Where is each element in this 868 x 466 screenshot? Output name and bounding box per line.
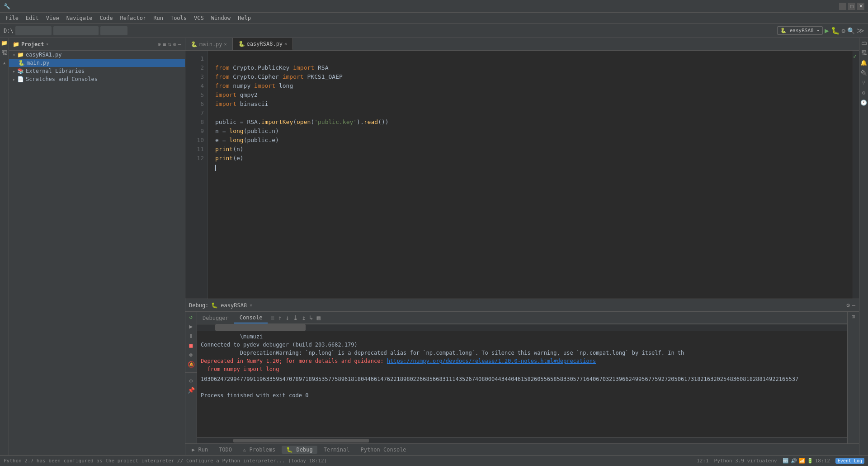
deprecation-link[interactable]: https://numpy.org/devdocs/release/1.20.0… bbox=[387, 358, 596, 364]
menu-view[interactable]: View bbox=[42, 14, 63, 22]
debug-title: Debug: 🐛 easyRSA8 ✕ bbox=[189, 302, 252, 309]
close-button[interactable]: ✕ bbox=[857, 3, 864, 10]
pin-tab-icon[interactable]: 📌 bbox=[188, 387, 195, 394]
problems-tab[interactable]: ⚠ Problems bbox=[238, 446, 280, 454]
menu-refactor[interactable]: Refactor bbox=[116, 14, 150, 22]
right-gutter: ✓ bbox=[853, 51, 859, 299]
tree-main-py[interactable]: 🐍 main.py bbox=[9, 59, 185, 67]
toolbar: D:\ 🐍 easyRSA8 ▾ ▶ 🐛 ⚙ 🔍 ≫ bbox=[0, 24, 868, 38]
down-icon[interactable]: ↓ bbox=[284, 314, 290, 321]
debug-console-area: ↺ ▶ ⏸ ■ ⊗ 🔕 ⚙ 📌 Debugger bbox=[185, 312, 859, 443]
collapse-icon[interactable]: ≡ bbox=[163, 41, 166, 48]
debug-tab[interactable]: 🐛 Debug bbox=[282, 446, 317, 454]
console-line-import: from numpy import long bbox=[201, 365, 844, 373]
run-tab-label: ▶ Run bbox=[192, 447, 208, 453]
tree-item-label: main.py bbox=[27, 60, 50, 66]
clock-status: 18:12 bbox=[815, 458, 830, 464]
bottom-tabs: ▶ Run TODO ⚠ Problems 🐛 Debug Terminal P… bbox=[185, 443, 859, 455]
menu-code[interactable]: Code bbox=[96, 14, 117, 22]
debug-tabs: Debugger Console ≡ ↑ ↓ ⤓ ↥ ↳ ▦ bbox=[197, 312, 847, 324]
restore-layout-icon[interactable]: ▦ bbox=[316, 314, 321, 321]
menu-window[interactable]: Window bbox=[208, 14, 234, 22]
project-icon[interactable]: 📁 bbox=[1, 40, 8, 46]
settings-button[interactable]: ⚙ bbox=[842, 27, 845, 34]
run-to-cursor-icon[interactable]: ↳ bbox=[308, 314, 314, 321]
tree-external-libraries[interactable]: ▸ 📚 External Libraries bbox=[9, 67, 185, 75]
locate-icon[interactable]: ⊕ bbox=[158, 41, 161, 48]
left-sidebar-icons: 📁 🏗 ★ bbox=[0, 38, 9, 455]
tree-scratches[interactable]: ▸ 📄 Scratches and Consoles bbox=[9, 75, 185, 83]
mute-breakpoints-icon[interactable]: 🔕 bbox=[188, 361, 195, 368]
plugins-icon[interactable]: 🔌 bbox=[860, 70, 867, 76]
hide-icon[interactable]: — bbox=[178, 41, 181, 48]
folder-icon: 📁 bbox=[17, 52, 24, 58]
console-line-number: 1030624729947799119633595470789718935357… bbox=[201, 375, 844, 383]
pause-icon[interactable]: ⏸ bbox=[188, 333, 194, 339]
settings-right-icon[interactable]: ⚙ bbox=[862, 90, 865, 96]
favorites-icon[interactable]: ★ bbox=[3, 60, 6, 66]
debug-close[interactable]: ✕ bbox=[250, 303, 252, 308]
debugger-tab-label: Debugger bbox=[203, 315, 229, 321]
code-content[interactable]: from Crypto.PublicKey import RSA from Cr… bbox=[208, 51, 853, 299]
tab-easyrsa8[interactable]: 🐍 easyRSA8.py ✕ bbox=[233, 38, 293, 50]
interpreter-selector[interactable]: 🐍 easyRSA8 ▾ bbox=[777, 26, 823, 35]
menu-tools[interactable]: Tools bbox=[167, 14, 190, 22]
database-icon[interactable]: 🗃 bbox=[861, 40, 867, 46]
py-icon: 🐍 bbox=[18, 60, 25, 66]
structure-right-icon[interactable]: 🏗 bbox=[861, 50, 867, 56]
notifications-icon[interactable]: 🔔 bbox=[860, 60, 867, 66]
tab-close-main[interactable]: ✕ bbox=[224, 42, 227, 47]
view-breakpoints-icon[interactable]: ⊗ bbox=[189, 352, 193, 358]
console-content: \mumuzi Connected to pydev debugger (bui… bbox=[197, 331, 847, 437]
menu-edit[interactable]: Edit bbox=[22, 14, 42, 22]
step-into-icon[interactable]: ⤓ bbox=[292, 314, 299, 321]
time-icon[interactable]: 🕐 bbox=[860, 100, 867, 106]
event-log-badge[interactable]: Event Log bbox=[835, 458, 864, 464]
todo-tab[interactable]: TODO bbox=[214, 446, 236, 454]
menu-help[interactable]: Help bbox=[234, 14, 255, 22]
tab-close-easy[interactable]: ✕ bbox=[284, 41, 287, 46]
line-numbers: 1 2 3 4 5 6 7 8 9 10 11 12 bbox=[185, 51, 208, 299]
console-tab[interactable]: Console bbox=[234, 313, 268, 323]
tree-root-folder[interactable]: ▾ 📁 easyRSA1.py bbox=[9, 51, 185, 59]
menu-vcs[interactable]: VCS bbox=[190, 14, 208, 22]
filter-icon[interactable]: ≡ bbox=[269, 314, 275, 321]
version-control-icon[interactable]: ⑂ bbox=[862, 80, 865, 86]
console-bottom-scroll[interactable] bbox=[197, 437, 847, 443]
menu-run[interactable]: Run bbox=[150, 14, 167, 22]
terminal-tab[interactable]: Terminal bbox=[319, 446, 354, 454]
run-debug-button[interactable]: 🐛 bbox=[831, 26, 840, 35]
structure-icon[interactable]: 🏗 bbox=[2, 50, 7, 56]
stop-icon[interactable]: ■ bbox=[189, 342, 193, 349]
console-line-path: \mumuzi bbox=[201, 333, 844, 341]
rerun-icon[interactable]: ↺ bbox=[189, 314, 193, 320]
up-icon[interactable]: ↑ bbox=[277, 314, 283, 321]
run-button[interactable]: ▶ bbox=[825, 26, 829, 35]
menu-file[interactable]: File bbox=[2, 14, 22, 22]
debugger-tab[interactable]: Debugger bbox=[197, 313, 234, 323]
interpreter-status[interactable]: Python 3.9 virtualenv bbox=[714, 458, 777, 464]
maximize-button[interactable]: □ bbox=[848, 3, 855, 10]
console-line-exit: Process finished with exit code 0 bbox=[201, 391, 844, 399]
settings-icon[interactable]: ⚙ bbox=[173, 41, 176, 48]
settings-debug-icon[interactable]: ⚙ bbox=[189, 377, 193, 384]
resume-icon[interactable]: ▶ bbox=[189, 323, 193, 330]
debug-session: easyRSA8 bbox=[221, 302, 247, 309]
tab-icon: 🐍 bbox=[238, 41, 245, 47]
tree-item-label: easyRSA1.py bbox=[26, 52, 61, 58]
step-out-icon[interactable]: ↥ bbox=[301, 314, 307, 321]
tab-main-py[interactable]: 🐍 main.py ✕ bbox=[185, 38, 233, 50]
expand-console-icon[interactable]: ⊞ bbox=[852, 314, 855, 320]
python-console-tab[interactable]: Python Console bbox=[356, 446, 410, 454]
app-icon: 🔧 bbox=[4, 3, 10, 10]
minimize-button[interactable]: — bbox=[839, 3, 846, 10]
debug-hide-icon[interactable]: — bbox=[852, 302, 855, 309]
console-line-warning: DeprecationWarning: `np.long` is a depre… bbox=[201, 349, 844, 357]
search-everywhere-button[interactable]: 🔍 bbox=[847, 27, 855, 34]
debug-settings-icon[interactable]: ⚙ bbox=[846, 302, 850, 309]
console-top-scroll[interactable] bbox=[197, 324, 847, 331]
run-tab[interactable]: ▶ Run bbox=[187, 446, 212, 454]
more-button[interactable]: ≫ bbox=[857, 26, 864, 35]
menu-navigate[interactable]: Navigate bbox=[63, 14, 96, 22]
sort-icon[interactable]: ⇅ bbox=[168, 41, 171, 48]
